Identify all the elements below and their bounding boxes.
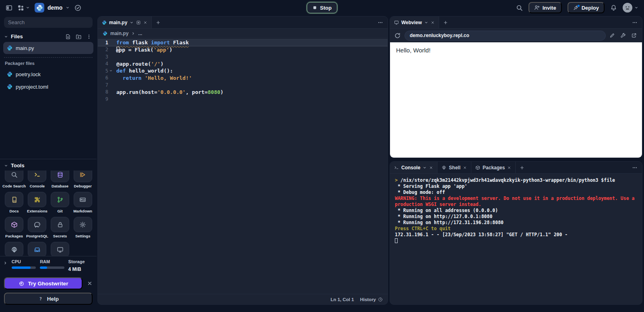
close-tab-icon[interactable] <box>431 21 435 25</box>
tool-settings[interactable]: Settings <box>71 215 94 240</box>
invite-label: Invite <box>543 5 556 11</box>
repl-title-menu[interactable]: demo <box>35 3 70 12</box>
tab-shell[interactable]: Shell <box>438 162 471 173</box>
tab-options-chevron-icon[interactable] <box>130 21 134 25</box>
console-output[interactable]: > /nix/store/zqk3m21442kvpjwd3rh41wdavqk… <box>390 174 642 304</box>
tool-packages[interactable]: Packages <box>2 215 26 240</box>
editor-pane-menu-icon[interactable] <box>373 17 388 28</box>
console-pane: Console Shell Packages > /nix/store/zqk3… <box>390 161 642 305</box>
tool-docs[interactable]: Docs <box>2 190 26 215</box>
history-button[interactable]: History <box>360 297 383 302</box>
tool-extensions[interactable]: Extensions <box>26 190 49 215</box>
new-editor-tab-button[interactable] <box>152 17 165 28</box>
tab-options-chevron-icon[interactable] <box>424 21 428 25</box>
tool-label: Git <box>57 209 62 213</box>
apps-menu-button[interactable] <box>17 4 30 11</box>
fold-chevron-icon[interactable] <box>108 69 113 73</box>
storage-value: 4 MiB <box>68 266 93 272</box>
url-input[interactable] <box>405 31 606 41</box>
tab-webview[interactable]: Webview <box>390 17 439 28</box>
dismiss-ghostwriter-icon[interactable] <box>87 281 93 286</box>
code-text: app.run(host='0.0.0.0', port=8080) <box>113 89 223 95</box>
refresh-icon[interactable] <box>394 32 401 39</box>
code-line-1[interactable]: 1from flask import Flask <box>98 39 388 46</box>
tool-markdown[interactable]: Markdown <box>71 190 94 215</box>
search-icon[interactable] <box>516 4 523 11</box>
new-file-icon[interactable] <box>65 34 71 40</box>
close-tab-icon[interactable] <box>507 166 511 170</box>
packages-tab-label: Packages <box>483 165 505 171</box>
tools-collapse-chevron-icon[interactable] <box>4 164 8 168</box>
help-button[interactable]: ? Help <box>4 293 93 305</box>
tool-secrets[interactable]: Secrets <box>49 215 72 240</box>
webview-pane-menu-icon[interactable] <box>627 17 642 28</box>
duplicate-pane-icon[interactable] <box>136 20 141 25</box>
tab-main-py[interactable]: main.py <box>98 17 152 28</box>
help-label: Help <box>47 296 59 302</box>
console-line: * Running on http://172.31.196.28:8080 <box>395 220 637 226</box>
code-line-2[interactable]: 2app = Flask('app') <box>98 46 388 54</box>
gear-icon <box>74 217 92 232</box>
console-pane-menu-icon[interactable] <box>627 162 642 173</box>
edit-url-icon[interactable] <box>609 33 615 38</box>
close-tab-icon[interactable] <box>143 21 147 25</box>
code-line-4[interactable]: 4@app.route('/') <box>98 60 388 68</box>
deploy-button[interactable]: Deploy <box>568 2 605 13</box>
code-editor[interactable]: 1from flask import Flask2app = Flask('ap… <box>98 38 388 294</box>
close-tab-icon[interactable] <box>429 166 433 170</box>
search-input[interactable] <box>4 17 93 28</box>
code-line-9[interactable]: 9 <box>98 96 388 103</box>
cpu-meter <box>12 266 36 269</box>
file-item-main.py[interactable]: main.py <box>3 42 93 54</box>
resources-expand-chevron-icon[interactable] <box>3 261 8 265</box>
devtools-icon[interactable] <box>620 33 626 38</box>
tab-packages[interactable]: Packages <box>471 162 516 173</box>
tool-debugger[interactable]: Debugger <box>71 171 94 190</box>
new-webview-tab-button[interactable] <box>439 17 452 28</box>
webview-tab-label: Webview <box>401 20 422 25</box>
tool-webview[interactable]: Webview <box>49 240 72 256</box>
files-header-label: Files <box>11 33 23 40</box>
invite-button[interactable]: Invite <box>528 2 562 13</box>
resource-meters: CPU RAM Storage 4 MiB <box>0 256 97 275</box>
breadcrumb[interactable]: main.py ... <box>98 29 388 38</box>
editor-tab-strip: main.py <box>98 17 388 29</box>
files-menu-kebab-icon[interactable] <box>86 34 92 40</box>
tool-threads[interactable]: Threads <box>26 240 49 256</box>
account-menu[interactable] <box>623 3 638 12</box>
close-tab-icon[interactable] <box>463 166 467 170</box>
file-item-poetry.lock[interactable]: poetry.lock <box>3 68 93 80</box>
tool-console[interactable]: Console <box>26 171 49 190</box>
stop-square-icon <box>312 5 317 10</box>
new-folder-icon[interactable] <box>76 34 81 40</box>
notifications-bell-icon[interactable] <box>610 4 617 11</box>
storage-label: Storage <box>68 259 93 264</box>
code-line-8[interactable]: 8app.run(host='0.0.0.0', port=8080) <box>98 89 388 96</box>
tab-console[interactable]: Console <box>390 162 438 173</box>
packager-files-list: poetry.lockpyproject.toml <box>0 68 97 93</box>
file-item-pyproject.toml[interactable]: pyproject.toml <box>3 81 93 93</box>
code-line-6[interactable]: 6 return 'Hello, World!' <box>98 75 388 82</box>
code-line-3[interactable]: 3 <box>98 53 388 60</box>
chevron-down-icon <box>66 6 70 10</box>
stop-button[interactable]: Stop <box>307 2 337 13</box>
open-in-new-tab-icon[interactable] <box>631 33 637 38</box>
tool-git[interactable]: Git <box>49 190 72 215</box>
tool-postgresql[interactable]: PostgreSQL <box>26 215 49 240</box>
tool-code-search[interactable]: Code Search <box>2 171 26 190</box>
console-line: Press CTRL+C to quit <box>395 226 637 232</box>
code-line-5[interactable]: 5def hello_world(): <box>98 67 388 75</box>
webview-url-bar <box>390 29 642 42</box>
tool-shell[interactable]: Shell <box>2 240 26 256</box>
python-file-icon <box>7 71 12 77</box>
monitor-icon <box>51 242 69 256</box>
code-line-7[interactable]: 7 <box>98 81 388 89</box>
avatar <box>623 3 632 12</box>
files-collapse-chevron-icon[interactable] <box>4 35 8 39</box>
new-console-tab-button[interactable] <box>516 162 528 173</box>
git-icon <box>51 192 69 207</box>
tab-options-chevron-icon[interactable] <box>423 166 427 170</box>
tool-database[interactable]: Database <box>49 171 72 190</box>
try-ghostwriter-button[interactable]: Try Ghostwriter <box>4 277 83 289</box>
toggle-sidebar-icon[interactable] <box>6 4 12 11</box>
